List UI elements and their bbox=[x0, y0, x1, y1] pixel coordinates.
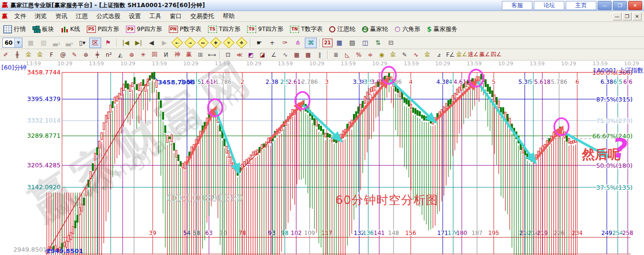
menu-item-1[interactable]: 文件 bbox=[10, 11, 31, 21]
draw-tool-gann-ruler[interactable]: ╫ bbox=[11, 50, 23, 59]
draw-tool-marker-pen[interactable]: ✎ bbox=[69, 50, 80, 59]
menu-item-2[interactable]: 浏览 bbox=[31, 11, 51, 21]
toolbar-button-expand-all[interactable]: ✳ bbox=[223, 38, 235, 48]
draw-tool-zigzag[interactable]: ∿ bbox=[280, 50, 291, 59]
toolbar-button-p-number[interactable]: PNP数字表 bbox=[166, 24, 205, 34]
draw-tool-pct-levels[interactable]: ≑ bbox=[364, 50, 376, 59]
toolbar-button-data-transfer[interactable]: ⇅ bbox=[372, 38, 384, 48]
toolbar-button-maze-tool[interactable]: ⌘ bbox=[305, 38, 317, 48]
minimize-button[interactable]: — bbox=[598, 1, 612, 10]
menu-item-6[interactable]: 设置 bbox=[125, 11, 145, 21]
draw-tool-gold-channel[interactable]: 金 bbox=[422, 50, 433, 59]
toolbar-button-t-square[interactable]: TST四方形 bbox=[205, 24, 244, 34]
candlestick-chart[interactable]: 13:5910:2913:5910:2913:5910:2913:5910:29… bbox=[0, 61, 644, 255]
menu-item-8[interactable]: 窗口 bbox=[166, 11, 186, 21]
draw-tool-tick-ruler[interactable]: ╪ bbox=[92, 50, 103, 59]
draw-tool-angle-f[interactable]: F∠ bbox=[445, 50, 456, 59]
toolbar-button-calculator[interactable]: ▦ bbox=[333, 38, 345, 48]
draw-tool-gold-levels[interactable]: 金 bbox=[387, 50, 399, 59]
toolbar-button-hexagon[interactable]: ⬡六角形 bbox=[391, 24, 424, 34]
toolbar-button-shift-right[interactable]: → bbox=[184, 38, 196, 48]
draw-tool-number-grid[interactable]: ⊞ bbox=[195, 50, 206, 59]
toolbar-button-sectors[interactable]: 板块 bbox=[29, 24, 57, 34]
menu-item-5[interactable]: 公式选股 bbox=[92, 11, 125, 21]
toolbar-button-pan-hand[interactable]: ☛ bbox=[253, 38, 265, 48]
menu-item-7[interactable]: 工具 bbox=[145, 11, 166, 21]
menu-item-4[interactable]: 江恩 bbox=[72, 11, 92, 21]
toolbar-button-9t-square[interactable]: T99T四方形 bbox=[244, 24, 287, 34]
toolbar-button-kline[interactable]: K线 bbox=[57, 24, 83, 34]
toolbar-button-next-bar[interactable]: ▶ bbox=[158, 38, 170, 48]
toolbar-button-magic-tool[interactable]: ⋔ bbox=[292, 38, 304, 48]
draw-tool-mirror-angle[interactable]: ◭ bbox=[114, 50, 126, 59]
draw-tool-ying-grid[interactable]: 赢 bbox=[183, 50, 195, 59]
toolbar-button-quotes[interactable]: 行情 bbox=[0, 24, 29, 34]
draw-tool-wave-channel[interactable]: ∿ bbox=[410, 50, 422, 59]
chart-area[interactable]: 赢家财富网 www.yingjia360.com 13:5910:2913:59… bbox=[0, 61, 644, 255]
mdi-minimize-button[interactable]: — bbox=[613, 12, 622, 20]
toolbar-button-last-bar[interactable]: ▶| bbox=[133, 38, 145, 48]
draw-tool-spiral[interactable]: @ bbox=[57, 50, 69, 59]
toolbar-button-print[interactable]: ⊟ bbox=[385, 38, 397, 48]
draw-tool-wave-marks[interactable]: И bbox=[160, 50, 172, 59]
toolbar-button-gann-wheel[interactable]: 江恩轮 bbox=[326, 24, 359, 34]
service-button[interactable]: 客服 bbox=[502, 1, 532, 10]
toolbar-button-9p-square[interactable]: P99P四方形 bbox=[123, 24, 166, 34]
draw-tool-parallel-lines[interactable]: ∥ bbox=[314, 50, 325, 59]
draw-tool-angle-speed[interactable]: 速∠ bbox=[467, 50, 479, 59]
draw-tool-shen-grid[interactable]: 神 bbox=[172, 50, 183, 59]
draw-tool-angle-four[interactable]: 四∠ bbox=[490, 50, 502, 59]
draw-tool-scale-ruler[interactable]: ≣ bbox=[330, 50, 342, 59]
toolbar-button-shift-left[interactable]: ← bbox=[171, 38, 183, 48]
close-button[interactable]: ✕ bbox=[628, 1, 642, 10]
toolbar-button-pointer-tool[interactable]: ✑ bbox=[279, 38, 291, 48]
draw-tool-pen-tool[interactable]: ✐ bbox=[0, 50, 11, 59]
toolbar-button-winner-service[interactable]: $赢家服务 bbox=[424, 24, 461, 34]
period-select[interactable]: 60 ▼ bbox=[2, 38, 22, 48]
draw-tool-n-square[interactable]: n² bbox=[103, 50, 114, 59]
draw-tool-angle-ying[interactable]: 赢∠ bbox=[479, 50, 490, 59]
toolbar-button-candle-style[interactable]: ▯▾ bbox=[76, 38, 88, 48]
draw-tool-framed-grid[interactable]: ▩ bbox=[302, 50, 314, 59]
draw-tool-gann-circle[interactable]: ⊕ bbox=[126, 50, 137, 59]
toolbar-button-winner-wheel[interactable]: Big赢家轮 bbox=[359, 24, 392, 34]
menu-item-3[interactable]: 资讯 bbox=[51, 11, 72, 21]
toolbar-button-full-view[interactable]: ✥ bbox=[236, 38, 248, 48]
draw-tool-dense-grid[interactable]: ▦ bbox=[291, 50, 302, 59]
draw-tool-ray-fan[interactable]: ≪ bbox=[234, 50, 245, 59]
toolbar-button-p-square[interactable]: PSP四方形 bbox=[83, 24, 123, 34]
toolbar-button-save[interactable]: ◫ bbox=[359, 38, 371, 48]
toolbar-button-prev-bar[interactable]: ◀ bbox=[145, 38, 157, 48]
home-button[interactable]: 主页 bbox=[566, 1, 596, 10]
draw-tool-gold-ruler-1[interactable]: 金 bbox=[23, 50, 34, 59]
menu-item-9[interactable]: 交易委托 bbox=[186, 11, 218, 21]
draw-tool-fan-square[interactable]: ◩ bbox=[245, 50, 257, 59]
mdi-restore-button[interactable]: ❐ bbox=[623, 12, 632, 20]
toolbar-button-color-palette[interactable]: ⚑ bbox=[102, 38, 114, 48]
draw-tool-star-rays[interactable]: ✳ bbox=[137, 50, 149, 59]
toolbar-button-minichart-9[interactable]: ▃₉ bbox=[63, 38, 75, 48]
draw-tool-percent[interactable]: % bbox=[353, 50, 364, 59]
toolbar-button-report-view[interactable]: ▤ bbox=[38, 38, 50, 48]
draw-tool-note-candle[interactable]: ✎ bbox=[399, 50, 410, 59]
toolbar-button-minichart-3[interactable]: ▃₃ bbox=[51, 38, 62, 48]
draw-tool-gold-ruler-2[interactable]: 金 bbox=[34, 50, 46, 59]
draw-tool-angle-lines[interactable]: ∠ bbox=[268, 50, 280, 59]
menu-item-10[interactable]: 帮助 bbox=[218, 11, 239, 21]
draw-tool-time-cycle[interactable]: ⊕ bbox=[80, 50, 92, 59]
chevron-down-icon[interactable]: ▼ bbox=[14, 38, 22, 47]
toolbar-button-zoom-horizontal[interactable]: ↔ bbox=[197, 38, 209, 48]
draw-tool-angle-gold[interactable]: 金∠ bbox=[456, 50, 467, 59]
draw-tool-span-arrows[interactable]: ⟷ bbox=[206, 50, 218, 59]
restore-button[interactable]: ❐ bbox=[613, 1, 627, 10]
toolbar-button-t-number[interactable]: TNT数字表 bbox=[287, 24, 326, 34]
toolbar-button-notes[interactable]: ▤ bbox=[346, 38, 358, 48]
toolbar-button-first-bar[interactable]: |◀ bbox=[120, 38, 132, 48]
toolbar-button-spacetime-canvas[interactable]: 区 bbox=[89, 38, 101, 48]
draw-tool-angle-up[interactable]: ⦨ bbox=[433, 50, 445, 59]
forum-button[interactable]: 论坛 bbox=[534, 1, 564, 10]
draw-tool-gold-circle[interactable]: ◉ bbox=[376, 50, 387, 59]
draw-tool-square-spiral[interactable]: 回 bbox=[149, 50, 160, 59]
toolbar-button-net-view[interactable]: ▩ bbox=[25, 38, 37, 48]
toolbar-button-calendar[interactable]: 21 bbox=[322, 39, 332, 47]
